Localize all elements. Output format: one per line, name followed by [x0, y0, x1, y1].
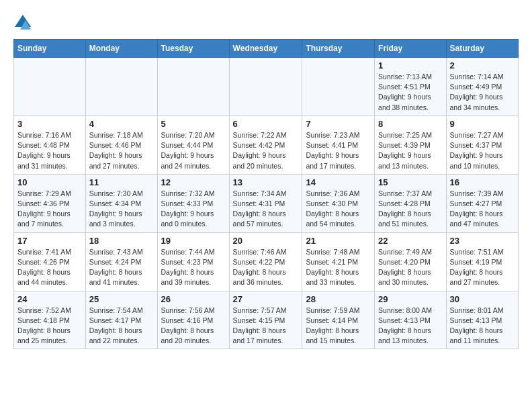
- calendar-cell: 4Sunrise: 7:18 AMSunset: 4:46 PMDaylight…: [85, 116, 157, 174]
- calendar-cell: 6Sunrise: 7:22 AMSunset: 4:42 PMDaylight…: [229, 116, 302, 174]
- calendar-cell: 10Sunrise: 7:29 AMSunset: 4:36 PMDayligh…: [14, 174, 86, 232]
- calendar-cell: 11Sunrise: 7:30 AMSunset: 4:34 PMDayligh…: [85, 174, 157, 232]
- calendar-cell: 13Sunrise: 7:34 AMSunset: 4:31 PMDayligh…: [229, 174, 302, 232]
- day-number: 8: [378, 119, 442, 129]
- day-number: 3: [17, 119, 82, 129]
- day-number: 14: [306, 177, 371, 187]
- calendar-cell: 19Sunrise: 7:44 AMSunset: 4:23 PMDayligh…: [157, 232, 229, 291]
- day-number: 12: [161, 177, 226, 187]
- calendar-cell: 15Sunrise: 7:37 AMSunset: 4:28 PMDayligh…: [375, 174, 446, 232]
- week-row-1: 1Sunrise: 7:13 AMSunset: 4:51 PMDaylight…: [14, 58, 519, 116]
- logo: [13, 13, 35, 32]
- day-number: 6: [233, 119, 299, 129]
- day-number: 29: [378, 294, 442, 304]
- day-info: Sunrise: 7:56 AMSunset: 4:16 PMDaylight:…: [161, 306, 226, 347]
- day-info: Sunrise: 7:46 AMSunset: 4:22 PMDaylight:…: [233, 247, 299, 288]
- header-row: SundayMondayTuesdayWednesdayThursdayFrid…: [14, 40, 519, 58]
- day-info: Sunrise: 7:41 AMSunset: 4:26 PMDaylight:…: [17, 247, 82, 288]
- day-info: Sunrise: 7:27 AMSunset: 4:37 PMDaylight:…: [450, 130, 515, 171]
- day-info: Sunrise: 7:14 AMSunset: 4:49 PMDaylight:…: [450, 72, 515, 113]
- calendar-cell: 17Sunrise: 7:41 AMSunset: 4:26 PMDayligh…: [14, 232, 86, 291]
- calendar-cell: 26Sunrise: 7:56 AMSunset: 4:16 PMDayligh…: [157, 291, 229, 349]
- day-number: 19: [161, 236, 226, 246]
- day-info: Sunrise: 7:34 AMSunset: 4:31 PMDaylight:…: [233, 189, 299, 230]
- day-info: Sunrise: 7:54 AMSunset: 4:17 PMDaylight:…: [89, 306, 154, 347]
- day-info: Sunrise: 7:49 AMSunset: 4:20 PMDaylight:…: [378, 247, 442, 288]
- calendar-cell: [157, 58, 229, 116]
- logo-icon: [13, 13, 32, 32]
- week-row-4: 17Sunrise: 7:41 AMSunset: 4:26 PMDayligh…: [14, 232, 519, 291]
- calendar-cell: 30Sunrise: 8:01 AMSunset: 4:13 PMDayligh…: [446, 291, 518, 349]
- day-info: Sunrise: 7:18 AMSunset: 4:46 PMDaylight:…: [89, 130, 154, 171]
- day-info: Sunrise: 7:48 AMSunset: 4:21 PMDaylight:…: [306, 247, 371, 288]
- day-number: 17: [17, 236, 82, 246]
- calendar-cell: 29Sunrise: 8:00 AMSunset: 4:13 PMDayligh…: [375, 291, 446, 349]
- day-number: 24: [17, 294, 82, 304]
- day-info: Sunrise: 7:57 AMSunset: 4:15 PMDaylight:…: [233, 306, 299, 347]
- day-number: 10: [17, 177, 82, 187]
- day-number: 11: [89, 177, 154, 187]
- calendar-cell: 14Sunrise: 7:36 AMSunset: 4:30 PMDayligh…: [302, 174, 375, 232]
- day-number: 18: [89, 236, 154, 246]
- day-info: Sunrise: 7:59 AMSunset: 4:14 PMDaylight:…: [306, 306, 371, 347]
- calendar-cell: [14, 58, 86, 116]
- day-info: Sunrise: 7:22 AMSunset: 4:42 PMDaylight:…: [233, 130, 299, 171]
- col-header-friday: Friday: [375, 40, 446, 58]
- col-header-monday: Monday: [85, 40, 157, 58]
- day-number: 2: [450, 60, 515, 71]
- day-number: 15: [378, 177, 442, 187]
- calendar-cell: 8Sunrise: 7:25 AMSunset: 4:39 PMDaylight…: [375, 116, 446, 174]
- day-number: 23: [450, 236, 515, 246]
- day-number: 26: [161, 294, 226, 304]
- day-info: Sunrise: 7:29 AMSunset: 4:36 PMDaylight:…: [17, 189, 82, 230]
- col-header-wednesday: Wednesday: [229, 40, 302, 58]
- col-header-sunday: Sunday: [14, 40, 86, 58]
- calendar-cell: 9Sunrise: 7:27 AMSunset: 4:37 PMDaylight…: [446, 116, 518, 174]
- week-row-5: 24Sunrise: 7:52 AMSunset: 4:18 PMDayligh…: [14, 291, 519, 349]
- calendar-cell: 3Sunrise: 7:16 AMSunset: 4:48 PMDaylight…: [14, 116, 86, 174]
- day-info: Sunrise: 7:16 AMSunset: 4:48 PMDaylight:…: [17, 130, 82, 171]
- day-info: Sunrise: 7:30 AMSunset: 4:34 PMDaylight:…: [89, 189, 154, 230]
- calendar-cell: 25Sunrise: 7:54 AMSunset: 4:17 PMDayligh…: [85, 291, 157, 349]
- calendar-cell: 24Sunrise: 7:52 AMSunset: 4:18 PMDayligh…: [14, 291, 86, 349]
- day-info: Sunrise: 7:20 AMSunset: 4:44 PMDaylight:…: [161, 130, 226, 171]
- calendar-cell: [85, 58, 157, 116]
- day-number: 21: [306, 236, 371, 246]
- day-info: Sunrise: 8:01 AMSunset: 4:13 PMDaylight:…: [450, 306, 515, 347]
- page-header: [13, 13, 519, 32]
- day-info: Sunrise: 8:00 AMSunset: 4:13 PMDaylight:…: [378, 306, 442, 347]
- day-info: Sunrise: 7:13 AMSunset: 4:51 PMDaylight:…: [378, 72, 442, 113]
- day-info: Sunrise: 7:52 AMSunset: 4:18 PMDaylight:…: [17, 306, 82, 347]
- day-number: 25: [89, 294, 154, 304]
- day-number: 22: [378, 236, 442, 246]
- day-info: Sunrise: 7:36 AMSunset: 4:30 PMDaylight:…: [306, 189, 371, 230]
- day-info: Sunrise: 7:51 AMSunset: 4:19 PMDaylight:…: [450, 247, 515, 288]
- calendar-cell: 18Sunrise: 7:43 AMSunset: 4:24 PMDayligh…: [85, 232, 157, 291]
- calendar-cell: 28Sunrise: 7:59 AMSunset: 4:14 PMDayligh…: [302, 291, 375, 349]
- day-info: Sunrise: 7:32 AMSunset: 4:33 PMDaylight:…: [161, 189, 226, 230]
- calendar-cell: 12Sunrise: 7:32 AMSunset: 4:33 PMDayligh…: [157, 174, 229, 232]
- day-number: 28: [306, 294, 371, 304]
- calendar-cell: 1Sunrise: 7:13 AMSunset: 4:51 PMDaylight…: [375, 58, 446, 116]
- day-info: Sunrise: 7:23 AMSunset: 4:41 PMDaylight:…: [306, 130, 371, 171]
- day-number: 27: [233, 294, 299, 304]
- day-number: 4: [89, 119, 154, 129]
- calendar-cell: 23Sunrise: 7:51 AMSunset: 4:19 PMDayligh…: [446, 232, 518, 291]
- calendar-cell: 27Sunrise: 7:57 AMSunset: 4:15 PMDayligh…: [229, 291, 302, 349]
- calendar-cell: 16Sunrise: 7:39 AMSunset: 4:27 PMDayligh…: [446, 174, 518, 232]
- day-info: Sunrise: 7:39 AMSunset: 4:27 PMDaylight:…: [450, 189, 515, 230]
- calendar-cell: [302, 58, 375, 116]
- day-number: 30: [450, 294, 515, 304]
- calendar-cell: 7Sunrise: 7:23 AMSunset: 4:41 PMDaylight…: [302, 116, 375, 174]
- calendar-cell: 22Sunrise: 7:49 AMSunset: 4:20 PMDayligh…: [375, 232, 446, 291]
- day-info: Sunrise: 7:25 AMSunset: 4:39 PMDaylight:…: [378, 130, 442, 171]
- day-number: 13: [233, 177, 299, 187]
- day-number: 20: [233, 236, 299, 246]
- calendar-cell: 5Sunrise: 7:20 AMSunset: 4:44 PMDaylight…: [157, 116, 229, 174]
- day-number: 16: [450, 177, 515, 187]
- week-row-3: 10Sunrise: 7:29 AMSunset: 4:36 PMDayligh…: [14, 174, 519, 232]
- col-header-saturday: Saturday: [446, 40, 518, 58]
- day-number: 1: [378, 60, 442, 71]
- col-header-tuesday: Tuesday: [157, 40, 229, 58]
- day-number: 9: [450, 119, 515, 129]
